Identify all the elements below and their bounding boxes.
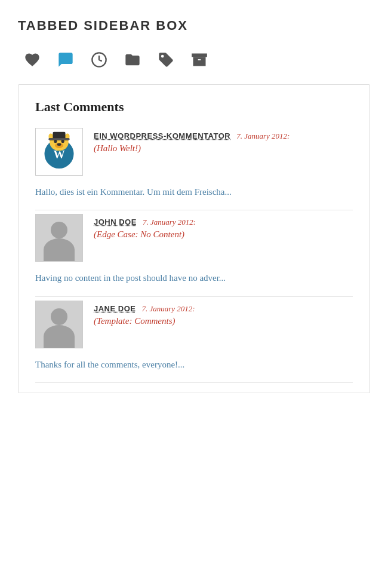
tab-icon-archive[interactable] xyxy=(191,51,208,71)
comment-meta: JANE DOE 7. January 2012: (Template: Com… xyxy=(94,301,353,326)
svg-rect-1 xyxy=(192,54,207,57)
avatar xyxy=(35,301,83,348)
comment-post-title[interactable]: (Template: Comments) xyxy=(94,316,353,326)
comment-post-title[interactable]: (Edge Case: No Content) xyxy=(94,229,353,240)
tab-icon-categories[interactable] xyxy=(124,51,141,71)
svg-rect-13 xyxy=(53,132,66,139)
comment-date: 7. January 2012: xyxy=(143,218,196,226)
comment-date: 7. January 2012: xyxy=(141,304,195,313)
box-title: Last Comments xyxy=(35,99,353,115)
comment-post-title[interactable]: (Hallo Welt!) xyxy=(94,143,353,154)
avatar: W xyxy=(35,128,83,176)
svg-point-9 xyxy=(57,143,61,146)
tab-icon-comments[interactable] xyxy=(57,51,74,71)
comment-date: 7. January 2012: xyxy=(236,131,290,140)
tab-bar xyxy=(18,51,370,71)
tab-icon-tags[interactable] xyxy=(158,51,174,71)
comment-item: JANE DOE 7. January 2012: (Template: Com… xyxy=(35,301,353,383)
comment-top: W xyxy=(35,128,353,176)
tab-icon-favorites[interactable] xyxy=(24,51,41,71)
avatar xyxy=(35,214,83,262)
comment-excerpt: Hallo, dies ist ein Kommentar. Um mit de… xyxy=(35,185,353,199)
comment-meta: EIN WORDPRESS-KOMMENTATOR 7. January 201… xyxy=(94,128,353,154)
comment-top: JANE DOE 7. January 2012: (Template: Com… xyxy=(35,301,353,348)
svg-rect-14 xyxy=(49,138,70,140)
comment-author[interactable]: JOHN DOE xyxy=(94,218,137,226)
comment-top: JOHN DOE 7. January 2012: (Edge Case: No… xyxy=(35,214,353,262)
page-title: TABBED SIDEBAR BOX xyxy=(18,18,370,33)
comment-author[interactable]: JANE DOE xyxy=(94,304,136,313)
comment-meta: JOHN DOE 7. January 2012: (Edge Case: No… xyxy=(94,214,353,240)
sidebar-box: Last Comments W xyxy=(18,84,370,393)
comment-excerpt: Having no content in the post should hav… xyxy=(35,271,353,285)
comment-excerpt: Thanks for all the comments, everyone!..… xyxy=(35,358,353,372)
tab-icon-recent[interactable] xyxy=(91,51,107,71)
comment-author[interactable]: EIN WORDPRESS-KOMMENTATOR xyxy=(94,131,230,140)
comment-item: JOHN DOE 7. January 2012: (Edge Case: No… xyxy=(35,214,353,296)
comment-item: W xyxy=(35,128,353,210)
